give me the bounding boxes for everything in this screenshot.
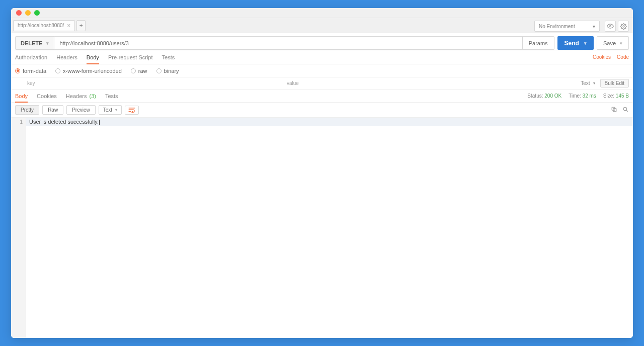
environment-quicklook-button[interactable] [605,21,616,32]
radio-xwww[interactable]: x-www-form-urlencoded [55,68,122,74]
chevron-down-icon: ▾ [593,81,595,85]
tab-tests[interactable]: Tests [162,54,175,60]
response-tabs: Body Cookies Headers (3) Tests Status: 2… [11,90,633,103]
tab-prerequest[interactable]: Pre-request Script [108,54,153,60]
close-tab-icon[interactable]: × [67,23,70,29]
radio-binary[interactable]: binary [156,68,179,74]
chevron-down-icon: ▾ [593,24,595,29]
app-window: http://localhost:8080/ × + No Environmen… [11,8,633,338]
response-status: Status: 200 OK Time: 32 ms Size: 145 B [527,93,629,99]
key-column-header[interactable]: key [15,80,287,86]
settings-button[interactable] [618,21,629,32]
headers-count: (3) [89,93,96,99]
response-content[interactable]: User is deleted successfully. [26,118,633,338]
svg-point-4 [623,107,627,111]
request-tabs: Authorization Headers Body Pre-request S… [11,50,633,64]
environment-row: No Environment ▾ [534,19,629,33]
chevron-down-icon: ▾ [620,41,622,46]
params-button[interactable]: Params [523,36,554,50]
new-tab-button[interactable]: + [76,20,86,31]
line-gutter: 1 [11,118,26,338]
save-label: Save [603,40,616,46]
environment-label: No Environment [539,24,575,29]
http-method-label: DELETE [21,40,42,46]
response-tools [611,106,629,115]
response-tab-tests[interactable]: Tests [105,93,118,99]
save-button[interactable]: Save ▾ [597,36,629,50]
minimize-window-icon[interactable] [25,10,31,16]
kv-header-row: key value Text ▾ Bulk Edit [11,77,633,90]
view-raw-button[interactable]: Raw [42,105,63,115]
bulk-edit-button[interactable]: Bulk Edit [600,79,629,88]
tab-body[interactable]: Body [87,54,99,64]
params-label: Params [529,40,548,46]
radio-icon [156,68,162,73]
request-tab-label: http://localhost:8080/ [18,23,64,28]
http-method-selector[interactable]: DELETE ▾ [15,36,54,50]
request-tab[interactable]: http://localhost:8080/ × [13,20,75,31]
svg-point-1 [622,25,624,27]
request-tab-right: Cookies Code [587,54,629,60]
body-type-row: form-data x-www-form-urlencoded raw bina… [11,64,633,77]
radio-raw[interactable]: raw [131,68,147,74]
request-bar: DELETE ▾ http://localhost:8080/users/3 P… [11,36,633,50]
search-button[interactable] [622,106,629,115]
tab-headers[interactable]: Headers [56,54,77,60]
svg-line-5 [626,110,628,111]
time-item: Time: 32 ms [569,93,596,99]
value-column-header[interactable]: value [287,80,581,86]
radio-form-data[interactable]: form-data [15,68,46,74]
url-text: http://localhost:8080/users/3 [59,40,129,46]
chevron-down-icon: ▾ [46,41,49,46]
code-link[interactable]: Code [617,54,629,60]
cookies-link[interactable]: Cookies [593,54,611,60]
view-format-selector[interactable]: Text ▾ [99,105,122,115]
chevron-down-icon: ▾ [115,108,117,112]
url-input[interactable]: http://localhost:8080/users/3 [54,36,522,50]
view-preview-button[interactable]: Preview [66,105,96,115]
value-type-selector[interactable]: Text ▾ [581,80,595,86]
text-cursor [99,120,100,125]
response-body: 1 User is deleted successfully. [11,118,633,338]
svg-point-0 [610,26,611,27]
wrap-lines-button[interactable] [125,106,139,115]
radio-icon [131,68,136,73]
response-line: User is deleted successfully. [26,118,633,126]
tab-authorization[interactable]: Authorization [15,54,47,60]
send-label: Send [565,40,579,47]
line-number: 1 [14,119,23,125]
chevron-down-icon: ▾ [584,41,587,46]
titlebar [11,8,633,18]
status-item: Status: 200 OK [527,93,561,99]
radio-icon [15,68,20,73]
copy-button[interactable] [611,106,617,115]
send-button[interactable]: Send ▾ [557,36,594,50]
view-pretty-button[interactable]: Pretty [15,105,39,115]
response-view-bar: Pretty Raw Preview Text ▾ [11,103,633,118]
radio-icon [55,68,60,73]
response-tab-headers[interactable]: Headers (3) [66,93,96,99]
response-tab-body[interactable]: Body [15,93,28,103]
size-item: Size: 145 B [603,93,629,99]
response-tab-cookies[interactable]: Cookies [37,93,57,99]
close-window-icon[interactable] [16,10,22,16]
maximize-window-icon[interactable] [34,10,40,16]
tab-bar: http://localhost:8080/ × + No Environmen… [11,18,633,33]
environment-selector[interactable]: No Environment ▾ [534,21,600,32]
